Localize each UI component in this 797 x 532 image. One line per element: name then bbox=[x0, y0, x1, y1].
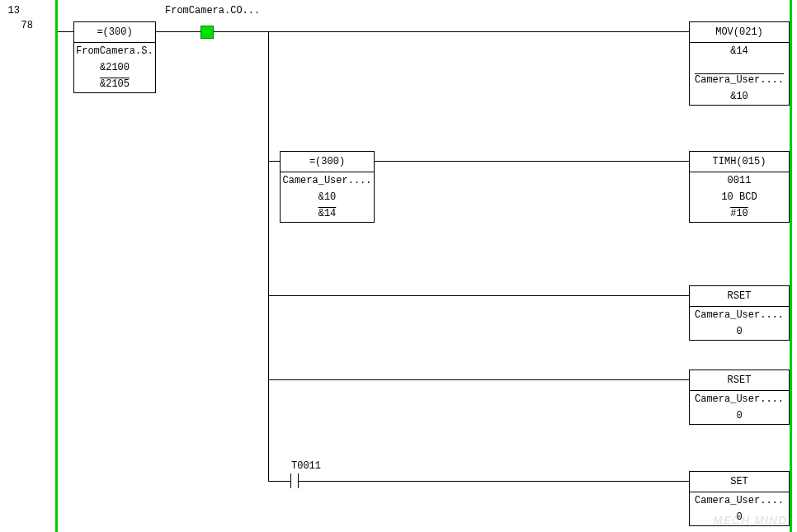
block-row: #10 bbox=[690, 205, 789, 222]
rset-block-1[interactable]: RSET Camera_User.... 0 bbox=[689, 285, 790, 341]
block-row: FromCamera.S... bbox=[74, 43, 155, 59]
compare-block-mid[interactable]: =(300) Camera_User.... &10 &14 bbox=[280, 151, 375, 223]
block-row: &10 bbox=[281, 189, 374, 205]
wire bbox=[268, 481, 285, 482]
wire bbox=[268, 379, 689, 380]
timh-block[interactable]: TIMH(015) 0011 10 BCD #10 bbox=[689, 151, 790, 223]
ladder-canvas: 13 78 FromCamera.CO... =(300) FromCamera… bbox=[0, 0, 797, 532]
block-row: Camera_User.... bbox=[690, 307, 789, 323]
wire bbox=[268, 161, 280, 162]
wire bbox=[268, 295, 689, 296]
block-title: SET bbox=[690, 472, 789, 492]
execution-marker bbox=[200, 26, 214, 39]
block-title: TIMH(015) bbox=[690, 152, 789, 172]
block-row: 0011 bbox=[690, 172, 789, 189]
block-row: Camera_User.... bbox=[690, 59, 789, 88]
block-row: 0 bbox=[690, 407, 789, 424]
mov-block[interactable]: MOV(021) &14 Camera_User.... &10 bbox=[689, 21, 790, 106]
block-title: RSET bbox=[690, 286, 789, 307]
block-row: Camera_User.... bbox=[690, 492, 789, 509]
contact-label-t0011: T0011 bbox=[291, 460, 321, 472]
wire bbox=[375, 161, 689, 162]
block-row: 0 bbox=[690, 509, 789, 525]
block-row: &14 bbox=[690, 43, 789, 59]
left-power-rail bbox=[55, 0, 58, 532]
right-power-rail bbox=[790, 0, 792, 532]
set-block[interactable]: SET Camera_User.... 0 bbox=[689, 471, 790, 526]
block-row: Camera_User.... bbox=[690, 391, 789, 407]
block-title: MOV(021) bbox=[690, 22, 789, 43]
block-row: &2105 bbox=[74, 76, 155, 92]
block-row: 10 BCD bbox=[690, 189, 789, 205]
wire bbox=[304, 481, 689, 482]
wire bbox=[58, 31, 73, 32]
block-row: &2100 bbox=[74, 59, 155, 76]
contact-label-fromcamera: FromCamera.CO... bbox=[165, 5, 260, 16]
block-title: =(300) bbox=[281, 152, 374, 172]
compare-block-left[interactable]: =(300) FromCamera.S... &2100 &2105 bbox=[73, 21, 156, 93]
contact-t0011[interactable] bbox=[285, 473, 304, 488]
wire bbox=[268, 31, 689, 32]
rung-number: 13 bbox=[0, 5, 20, 16]
wire bbox=[268, 31, 269, 481]
block-title: RSET bbox=[690, 370, 789, 391]
block-row: &14 bbox=[281, 205, 374, 222]
step-number: 78 bbox=[0, 20, 33, 31]
block-row: &10 bbox=[690, 88, 789, 105]
block-row: 0 bbox=[690, 323, 789, 340]
block-row: Camera_User.... bbox=[281, 172, 374, 189]
rset-block-2[interactable]: RSET Camera_User.... 0 bbox=[689, 370, 790, 425]
block-title: =(300) bbox=[74, 22, 155, 43]
